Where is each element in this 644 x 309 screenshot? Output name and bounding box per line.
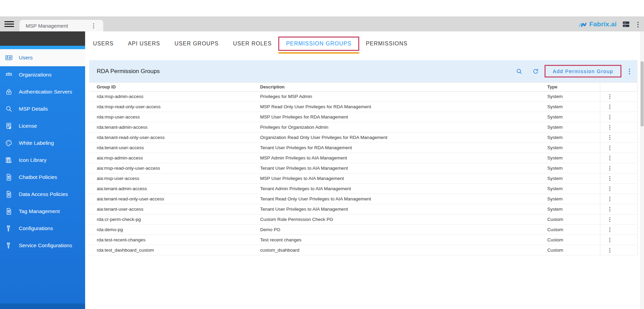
cell-description: MSP Read Only User Privileges for RDA Ma… [260,104,547,109]
sidebar: UsersOrganizationsAuthentication Servers… [0,31,85,309]
table-row[interactable]: rda:cr-perm-check-pgCustom Role Permissi… [89,214,638,225]
cell-type: System [547,207,600,212]
table-row[interactable]: rda:test-recent-changesTest recent chang… [89,235,638,245]
cell-group-id: aia:tenant-admin-access [89,186,260,191]
table-row[interactable]: rda:test_dashboard_customcustom_dsahboar… [89,245,638,255]
row-kebab-icon[interactable]: ⋮ [607,237,613,243]
sidebar-item-configurations[interactable]: Configurations [0,220,85,237]
cell-actions: ⋮ [600,153,638,163]
row-kebab-icon[interactable]: ⋮ [607,124,613,130]
toolbar-kebab-icon[interactable]: ⋮ [626,68,633,74]
sidebar-item-msp-details[interactable]: MSP Details [0,100,85,117]
table-row[interactable]: rda:tenant-user-accessTenant User Privil… [89,143,638,153]
row-kebab-icon[interactable]: ⋮ [607,114,613,120]
row-kebab-icon[interactable]: ⋮ [607,103,613,110]
tab-permission-groups[interactable]: PERMISSION GROUPS [278,37,359,51]
table-row[interactable]: aia:msp-read-only-user-accessTenant User… [89,163,638,173]
sidebar-item-service-configurations[interactable]: Service Configurations [0,237,85,254]
header-kebab-icon[interactable]: ⋮ [635,21,641,28]
sidebar-item-label: Configurations [19,225,53,231]
refresh-icon[interactable] [532,68,539,75]
brand-name: Fabrix.ai [589,20,617,28]
main-tab-bar: USERSAPI USERSUSER GROUPSUSER ROLESPERMI… [93,36,407,52]
row-kebab-icon[interactable]: ⋮ [607,206,613,212]
row-kebab-icon[interactable]: ⋮ [607,247,613,253]
hamburger-icon[interactable] [4,21,14,27]
table-row[interactable]: rda:tenant-read-only-user-accessOrganiza… [89,132,638,143]
tab-user-groups[interactable]: USER GROUPS [174,41,218,47]
sidebar-item-label: MSP Details [19,106,48,112]
cell-actions: ⋮ [600,184,638,194]
column-header-type: Type [547,84,600,89]
sidebar-item-authentication-servers[interactable]: Authentication Servers [0,83,85,100]
row-kebab-icon[interactable]: ⋮ [607,185,613,192]
tab-permissions[interactable]: PERMISSIONS [366,41,407,47]
sidebar-item-organizations[interactable]: Organizations [0,66,85,83]
row-kebab-icon[interactable]: ⋮ [607,93,613,100]
table-row[interactable]: aia:tenant-read-only-user-accessTenant R… [89,194,638,204]
cell-group-id: rda:msp-admin-access [89,94,260,99]
row-kebab-icon[interactable]: ⋮ [607,134,613,141]
tab-user-roles[interactable]: USER ROLES [233,41,272,47]
table-row[interactable]: aia:msp-admin-accessMSP Admin Privileges… [89,153,638,163]
table-row[interactable]: aia:tenant-admin-accessTenant Admin Priv… [89,184,638,194]
sidebar-item-license[interactable]: License [0,117,85,135]
wrench-icon [5,242,13,249]
cell-group-id: aia:tenant-user-access [89,207,260,212]
cell-actions: ⋮ [600,194,638,204]
sidebar-item-data-access-policies[interactable]: Data Access Policies [0,186,85,203]
cell-type: System [547,145,600,150]
sidebar-item-chatbot-policies[interactable]: Chatbot Policies [0,169,85,186]
row-kebab-icon[interactable]: ⋮ [607,144,613,151]
cell-group-id: rda:test-recent-changes [89,237,260,242]
row-kebab-icon[interactable]: ⋮ [607,226,613,233]
table-row[interactable]: rda:msp-user-accessMSP User Privileges f… [89,112,638,122]
table-row[interactable]: rda:msp-admin-accessPrivileges for MSP A… [89,92,638,102]
cell-description: custom_dsahboard [260,248,547,253]
cell-description: Tenant Read Only User Privileges to AIA … [260,196,547,201]
cell-actions: ⋮ [600,214,638,224]
row-kebab-icon[interactable]: ⋮ [607,216,613,223]
cell-type: Custom [547,227,600,232]
row-kebab-icon[interactable]: ⋮ [607,155,613,161]
sidebar-item-white-labeling[interactable]: White Labeling [0,135,85,152]
table-row[interactable]: aia:msp-user-accessMSP User Privileges t… [89,173,638,184]
scrollbar-thumb[interactable] [641,61,644,126]
tab-users[interactable]: USERS [93,41,113,47]
server-stack-icon[interactable] [623,22,629,27]
cell-type: System [547,114,600,120]
app-tab[interactable]: MSP Management ⋮ [19,20,103,31]
add-permission-group-button[interactable]: Add Permission Group [545,65,621,78]
cell-group-id: rda:tenant-user-access [89,145,260,150]
sidebar-item-label: Service Configurations [19,242,72,249]
table-row[interactable]: rda:tenant-admin-accessPrivileges for Or… [89,122,638,132]
row-kebab-icon[interactable]: ⋮ [607,165,613,171]
document-icon [5,208,13,215]
sidebar-item-label: Organizations [19,72,52,78]
sidebar-item-label: Authentication Servers [19,89,72,95]
sidebar-item-icon-library[interactable]: Icon Library [0,152,85,169]
search-icon[interactable] [516,68,523,75]
sidebar-accent-strip [0,46,85,49]
sidebar-item-tag-management[interactable]: Tag Management [0,203,85,220]
cell-description: Custom Role Permission Check PG [260,217,547,222]
row-kebab-icon[interactable]: ⋮ [607,175,613,182]
table-row[interactable]: rda:msp-read-only-user-accessMSP Read On… [89,102,638,112]
tab-api-users[interactable]: API USERS [128,41,160,47]
table-row[interactable]: rda:demo-pgDemo PGCustom⋮ [89,225,638,235]
cell-actions: ⋮ [600,132,638,142]
cell-group-id: rda:msp-read-only-user-access [89,104,260,109]
sidebar-item-users[interactable]: Users [0,49,85,66]
cell-description: Demo PG [260,227,547,232]
row-kebab-icon[interactable]: ⋮ [607,196,613,202]
cell-type: System [547,186,600,191]
cell-description: Organization Read Only User Privileges f… [260,135,547,140]
cell-description: Privileges for MSP Admin [260,94,547,99]
table-row[interactable]: aia:tenant-user-accessTenant User Privil… [89,204,638,214]
cell-group-id: rda:test_dashboard_custom [89,248,260,253]
cell-group-id: rda:msp-user-access [89,114,260,120]
logo-icon [579,20,588,28]
top-white-strip [0,0,644,16]
scrollbar-track[interactable] [640,31,644,309]
tab-kebab-icon[interactable]: ⋮ [91,23,96,29]
